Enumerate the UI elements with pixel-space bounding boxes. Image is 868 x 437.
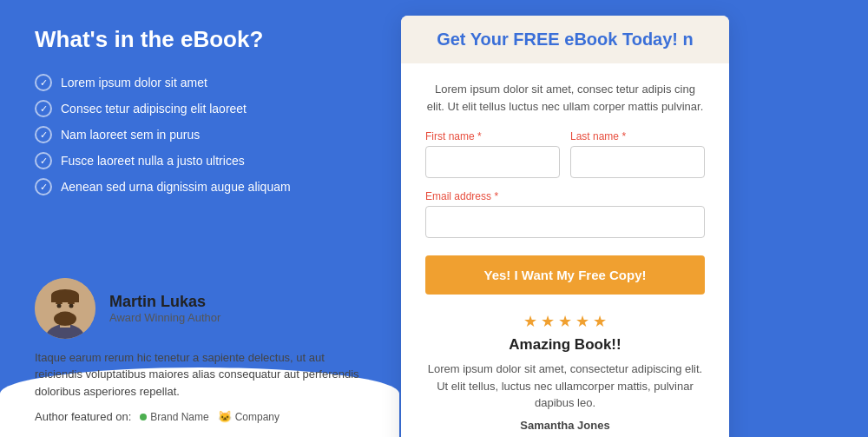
svg-point-7 xyxy=(69,303,74,308)
checklist-item: ✓ Fusce laoreet nulla a justo ultrices xyxy=(35,152,365,169)
checklist: ✓ Lorem ipsum dolor sit amet ✓ Consec te… xyxy=(35,74,365,195)
first-name-group: First name * xyxy=(425,130,560,178)
form-card: Get Your FREE eBook Today! n Lorem ipsum… xyxy=(401,16,729,437)
featured-company-badge: 🐱 Company xyxy=(218,410,279,423)
left-content: What's in the eBook? ✓ Lorem ipsum dolor… xyxy=(35,26,365,195)
submit-button[interactable]: Yes! I Want My Free Copy! xyxy=(425,255,705,295)
page-title: What's in the eBook? xyxy=(35,26,365,53)
author-role: Award Winning Author xyxy=(109,311,220,324)
card-description: Lorem ipsum dolor sit amet, consec tetur… xyxy=(425,81,705,115)
card-title-free: FREE xyxy=(513,30,559,49)
check-icon: ✓ xyxy=(35,126,52,143)
card-title-part2: eBook Today! n xyxy=(560,30,694,49)
checklist-item: ✓ Nam laoreet sem in purus xyxy=(35,126,365,143)
author-featured: Author featured on: Brand Name 🐱 Company xyxy=(35,410,365,423)
check-icon: ✓ xyxy=(35,178,52,195)
email-input[interactable] xyxy=(425,206,705,238)
stars: ★★★★★ xyxy=(425,312,705,331)
featured-label: Author featured on: xyxy=(35,410,131,423)
check-icon: ✓ xyxy=(35,152,52,169)
check-icon: ✓ xyxy=(35,100,52,117)
svg-point-6 xyxy=(57,303,62,308)
card-title: Get Your FREE eBook Today! n xyxy=(425,30,705,50)
author-section: Martin Lukas Award Winning Author Itaque… xyxy=(0,261,399,438)
author-info: Martin Lukas Award Winning Author xyxy=(109,293,220,324)
star-icon: ★ xyxy=(593,312,607,331)
last-name-label: Last name * xyxy=(570,130,705,142)
checklist-item-text: Lorem ipsum dolor sit amet xyxy=(61,76,207,89)
checklist-item: ✓ Aenean sed urna dignissim augue aliqua… xyxy=(35,178,365,195)
svg-rect-8 xyxy=(56,302,62,304)
card-header: Get Your FREE eBook Today! n xyxy=(401,16,729,63)
testimonial-text: Lorem ipsum dolor sit amet, consectetur … xyxy=(425,361,705,412)
name-row: First name * Last name * xyxy=(425,130,705,178)
checklist-item-text: Fusce laoreet nulla a justo ultrices xyxy=(61,154,245,168)
checklist-item-text: Nam laoreet sem in purus xyxy=(61,128,200,142)
cat-icon: 🐱 xyxy=(218,410,232,423)
star-icon: ★ xyxy=(558,312,572,331)
last-name-input[interactable] xyxy=(570,146,705,178)
svg-rect-11 xyxy=(51,295,79,302)
email-group: Email address * xyxy=(425,190,705,238)
star-icon: ★ xyxy=(575,312,589,331)
email-label: Email address * xyxy=(425,190,705,202)
avatar xyxy=(35,278,95,339)
author-name: Martin Lukas xyxy=(109,293,220,311)
first-name-label: First name * xyxy=(425,130,560,142)
star-icon: ★ xyxy=(541,312,555,331)
testimonial-title: Amazing Book!! xyxy=(425,336,705,354)
author-card: Martin Lukas Award Winning Author xyxy=(35,278,365,339)
check-icon: ✓ xyxy=(35,74,52,91)
checklist-item: ✓ Lorem ipsum dolor sit amet xyxy=(35,74,365,91)
featured-company-label: Company xyxy=(235,411,279,423)
first-name-input[interactable] xyxy=(425,146,560,178)
checklist-item: ✓ Consec tetur adipiscing elit laoreet xyxy=(35,100,365,117)
star-icon: ★ xyxy=(523,312,537,331)
email-row: Email address * xyxy=(425,190,705,238)
checklist-item-text: Consec tetur adipiscing elit laoreet xyxy=(61,102,247,116)
card-title-part1: Get Your xyxy=(437,30,513,49)
last-name-group: Last name * xyxy=(570,130,705,178)
testimonial: ★★★★★ Amazing Book!! Lorem ipsum dolor s… xyxy=(425,312,705,432)
bg-right-strip xyxy=(781,0,868,437)
checklist-item-text: Aenean sed urna dignissim augue aliquam xyxy=(61,180,291,194)
testimonial-author: Samantha Jones xyxy=(425,419,705,432)
featured-brand-label: Brand Name xyxy=(150,411,208,423)
featured-brand-badge: Brand Name xyxy=(140,411,208,423)
svg-point-5 xyxy=(58,311,72,317)
svg-rect-9 xyxy=(68,302,75,304)
author-bio: Itaque earum rerum hic tenetur a sapient… xyxy=(35,349,365,401)
brand-dot-icon xyxy=(140,414,147,420)
